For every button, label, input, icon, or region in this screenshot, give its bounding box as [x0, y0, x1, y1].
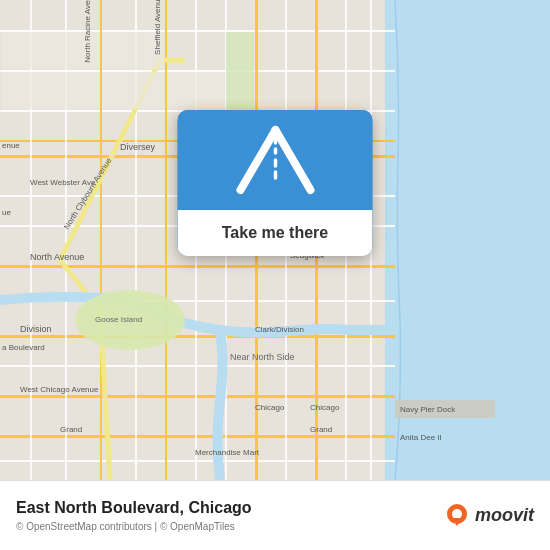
navigation-popup: Take me there — [178, 110, 373, 256]
svg-text:North Racine Avenue: North Racine Avenue — [83, 0, 92, 63]
moovit-brand-text: moovit — [475, 505, 534, 526]
moovit-logo: moovit — [443, 502, 534, 530]
take-me-there-button[interactable]: Take me there — [178, 210, 373, 256]
svg-rect-15 — [0, 460, 395, 462]
svg-line-58 — [240, 130, 275, 190]
svg-text:Division: Division — [20, 324, 52, 334]
popup-icon-area — [178, 110, 373, 210]
svg-rect-30 — [2, 72, 99, 109]
svg-text:Goose Island: Goose Island — [95, 315, 142, 324]
svg-rect-2 — [0, 30, 395, 32]
map-view[interactable]: North Racine Avenue Sheffield Avenue Div… — [0, 0, 550, 480]
svg-text:Navy Pier Dock: Navy Pier Dock — [400, 405, 456, 414]
svg-rect-13 — [0, 395, 395, 398]
svg-text:Chicago: Chicago — [310, 403, 340, 412]
svg-rect-14 — [0, 435, 395, 438]
bottom-bar-left: East North Boulevard, Chicago © OpenStre… — [16, 499, 443, 532]
svg-text:enue: enue — [2, 141, 20, 150]
svg-rect-9 — [0, 265, 395, 268]
svg-text:Diversey: Diversey — [120, 142, 156, 152]
svg-text:Chicago: Chicago — [255, 403, 285, 412]
svg-rect-31 — [102, 72, 164, 109]
moovit-pin-icon — [443, 502, 471, 530]
svg-text:North Avenue: North Avenue — [30, 252, 84, 262]
svg-text:Clark/Division: Clark/Division — [255, 325, 304, 334]
map-attribution: © OpenStreetMap contributors | © OpenMap… — [16, 521, 443, 532]
svg-rect-11 — [0, 335, 395, 338]
svg-text:Merchandise Mart: Merchandise Mart — [195, 448, 260, 457]
svg-rect-18 — [100, 0, 102, 480]
svg-text:Sheffield Avenue: Sheffield Avenue — [153, 0, 162, 55]
svg-text:Grand: Grand — [310, 425, 332, 434]
svg-text:West Chicago Avenue: West Chicago Avenue — [20, 385, 99, 394]
svg-text:Grand: Grand — [60, 425, 82, 434]
svg-rect-32 — [167, 72, 224, 109]
svg-rect-12 — [0, 365, 395, 367]
svg-text:Anita Dee II: Anita Dee II — [400, 433, 442, 442]
svg-text:a Boulevard: a Boulevard — [2, 343, 45, 352]
svg-text:ue: ue — [2, 208, 11, 217]
svg-rect-3 — [0, 70, 395, 72]
road-icon — [235, 125, 315, 195]
svg-text:West Webster Ave: West Webster Ave — [30, 178, 96, 187]
location-title: East North Boulevard, Chicago — [16, 499, 443, 517]
svg-rect-20 — [165, 0, 167, 480]
bottom-bar: East North Boulevard, Chicago © OpenStre… — [0, 480, 550, 550]
svg-point-63 — [452, 509, 462, 519]
svg-line-59 — [275, 130, 310, 190]
svg-text:Near North Side: Near North Side — [230, 352, 295, 362]
